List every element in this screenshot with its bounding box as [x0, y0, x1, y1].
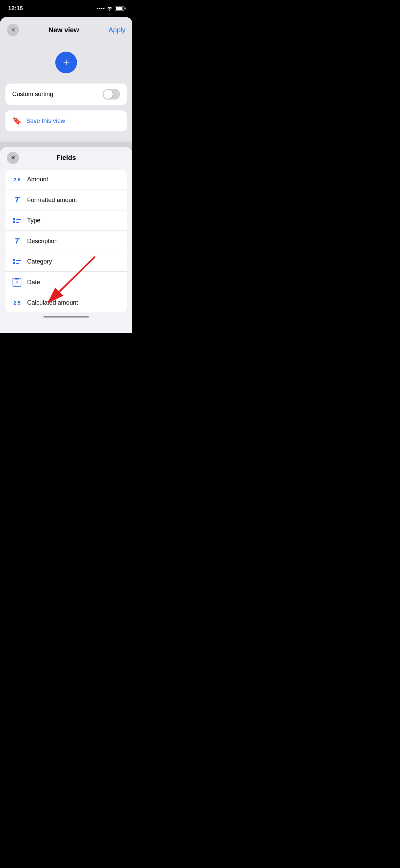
- new-view-panel: ✕ New view Apply + Custom sorting 🔖 Save…: [0, 17, 132, 142]
- field-item-formatted-amount[interactable]: T Formatted amount: [5, 189, 127, 211]
- field-icon-calculated-amount: 2.5: [12, 300, 22, 306]
- new-view-close-button[interactable]: ✕: [7, 24, 19, 36]
- status-icons: [97, 6, 124, 11]
- fields-header: ✕ Fields: [0, 147, 132, 167]
- field-label-date: Date: [27, 279, 40, 286]
- field-item-category[interactable]: Category: [5, 252, 127, 272]
- field-label-category: Category: [27, 258, 52, 265]
- field-item-calculated-amount[interactable]: 2.5 Calculated amount: [5, 293, 127, 312]
- field-item-date[interactable]: 7 Date: [5, 272, 127, 293]
- home-bar: [43, 316, 89, 318]
- field-item-type[interactable]: Type: [5, 211, 127, 231]
- status-time: 12:15: [8, 5, 23, 12]
- plus-icon: +: [63, 57, 70, 68]
- home-indicator: [0, 312, 132, 320]
- fields-close-x-icon: ✕: [11, 155, 15, 161]
- field-label-calculated-amount: Calculated amount: [27, 299, 78, 306]
- status-bar: 12:15: [0, 0, 132, 17]
- fields-panel-wrapper: ✕ Fields 2.5 Amount T Formatted a: [0, 147, 132, 333]
- field-label-formatted-amount: Formatted amount: [27, 197, 77, 204]
- new-view-header: ✕ New view Apply: [0, 17, 132, 41]
- toggle-thumb: [103, 90, 113, 99]
- bookmark-icon: 🔖: [12, 116, 21, 125]
- custom-sorting-label: Custom sorting: [12, 91, 53, 98]
- close-x-icon: ✕: [11, 27, 15, 33]
- field-label-type: Type: [27, 217, 40, 224]
- fields-close-button[interactable]: ✕: [7, 152, 19, 164]
- field-icon-type: [12, 218, 22, 223]
- custom-sorting-toggle[interactable]: [103, 89, 120, 100]
- new-view-title: New view: [49, 26, 79, 34]
- custom-sorting-card: Custom sorting: [5, 84, 127, 105]
- field-icon-description: T: [12, 237, 22, 246]
- field-icon-date: 7: [12, 278, 22, 287]
- fields-panel: ✕ Fields 2.5 Amount T Formatted a: [0, 147, 132, 333]
- field-icon-category: [12, 259, 22, 264]
- battery-icon: [115, 6, 124, 11]
- field-item-amount[interactable]: 2.5 Amount: [5, 170, 127, 189]
- apply-button[interactable]: Apply: [109, 26, 126, 34]
- save-view-card[interactable]: 🔖 Save this view: [5, 110, 127, 131]
- plus-area: +: [0, 41, 132, 84]
- save-view-label: Save this view: [26, 117, 65, 125]
- field-label-description: Description: [27, 238, 58, 245]
- app-container: ✕ New view Apply + Custom sorting 🔖 Save…: [0, 17, 132, 333]
- add-field-button[interactable]: +: [55, 52, 77, 73]
- field-item-description[interactable]: T Description: [5, 231, 127, 252]
- fields-title: Fields: [56, 154, 76, 162]
- signal-icon: [97, 8, 104, 9]
- field-label-amount: Amount: [27, 176, 48, 183]
- fields-list: 2.5 Amount T Formatted amount: [5, 170, 127, 312]
- field-icon-formatted-amount: T: [12, 196, 22, 204]
- field-icon-amount: 2.5: [12, 177, 22, 182]
- wifi-icon: [107, 6, 113, 11]
